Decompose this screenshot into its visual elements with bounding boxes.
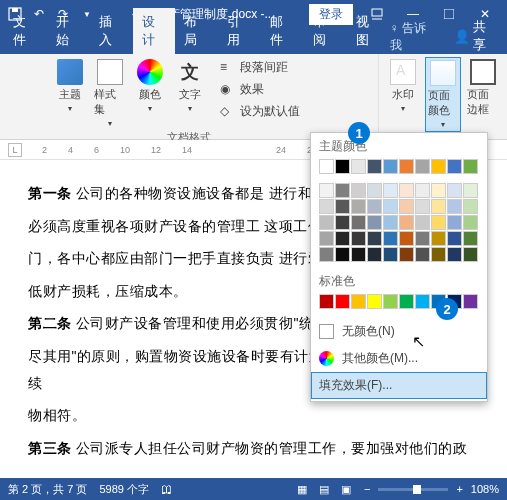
color-swatch[interactable] <box>431 247 446 262</box>
zoom-out-icon[interactable]: − <box>364 483 370 495</box>
color-swatch[interactable] <box>399 294 414 309</box>
color-swatch[interactable] <box>383 294 398 309</box>
color-swatch[interactable] <box>351 159 366 174</box>
themes-button[interactable]: 主题▾ <box>52 57 88 115</box>
color-swatch[interactable] <box>319 183 334 198</box>
color-swatch[interactable] <box>351 231 366 246</box>
zoom-in-icon[interactable]: + <box>456 483 462 495</box>
color-swatch[interactable] <box>335 199 350 214</box>
zoom-level[interactable]: 108% <box>471 483 499 495</box>
tab-file[interactable]: 文件 <box>4 8 47 54</box>
color-swatch[interactable] <box>319 247 334 262</box>
color-swatch[interactable] <box>415 215 430 230</box>
color-swatch[interactable] <box>399 231 414 246</box>
color-swatch[interactable] <box>431 215 446 230</box>
color-swatch[interactable] <box>431 159 446 174</box>
page-border-button[interactable]: 页面边框 <box>465 57 501 119</box>
color-swatch[interactable] <box>447 159 462 174</box>
color-swatch[interactable] <box>463 159 478 174</box>
color-swatch[interactable] <box>351 247 366 262</box>
color-swatch[interactable] <box>447 199 462 214</box>
color-swatch[interactable] <box>463 247 478 262</box>
set-default-button[interactable]: ◇设为默认值 <box>216 101 326 122</box>
color-swatch[interactable] <box>415 183 430 198</box>
color-swatch[interactable] <box>415 231 430 246</box>
color-swatch[interactable] <box>367 183 382 198</box>
color-swatch[interactable] <box>399 199 414 214</box>
effects-button[interactable]: ◉效果 <box>216 79 326 100</box>
ruler-tab-selector[interactable]: L <box>8 143 22 157</box>
color-swatch[interactable] <box>351 183 366 198</box>
color-swatch[interactable] <box>383 159 398 174</box>
color-swatch[interactable] <box>351 294 366 309</box>
color-swatch[interactable] <box>367 294 382 309</box>
color-swatch[interactable] <box>383 247 398 262</box>
color-swatch[interactable] <box>415 199 430 214</box>
color-swatch[interactable] <box>463 199 478 214</box>
tab-insert[interactable]: 插入 <box>90 8 133 54</box>
color-swatch[interactable] <box>399 247 414 262</box>
color-swatch[interactable] <box>319 294 334 309</box>
tab-design[interactable]: 设计 <box>133 8 176 54</box>
color-swatch[interactable] <box>319 231 334 246</box>
view-web-icon[interactable]: ▣ <box>336 481 356 497</box>
color-swatch[interactable] <box>383 199 398 214</box>
color-swatch[interactable] <box>335 231 350 246</box>
color-swatch[interactable] <box>415 247 430 262</box>
share-button[interactable]: 👤共享 <box>444 18 507 54</box>
color-swatch[interactable] <box>319 199 334 214</box>
color-swatch[interactable] <box>399 215 414 230</box>
color-swatch[interactable] <box>463 215 478 230</box>
color-swatch[interactable] <box>367 231 382 246</box>
color-swatch[interactable] <box>447 183 462 198</box>
color-swatch[interactable] <box>431 199 446 214</box>
color-swatch[interactable] <box>351 215 366 230</box>
view-read-icon[interactable]: ▦ <box>292 481 312 497</box>
color-swatch[interactable] <box>447 247 462 262</box>
styleset-button[interactable]: 样式集▾ <box>92 57 128 130</box>
tell-me[interactable]: ♀ 告诉我 <box>390 20 444 54</box>
color-swatch[interactable] <box>383 215 398 230</box>
color-swatch[interactable] <box>335 294 350 309</box>
paragraph-spacing-button[interactable]: ≡段落间距 <box>216 57 326 78</box>
color-swatch[interactable] <box>399 183 414 198</box>
color-swatch[interactable] <box>399 159 414 174</box>
more-colors-item[interactable]: 其他颜色(M)... <box>311 345 487 372</box>
tab-view[interactable]: 视图 <box>347 8 390 54</box>
color-swatch[interactable] <box>335 159 350 174</box>
color-swatch[interactable] <box>367 199 382 214</box>
color-swatch[interactable] <box>335 215 350 230</box>
no-color-item[interactable]: 无颜色(N) <box>311 318 487 345</box>
color-swatch[interactable] <box>463 294 478 309</box>
fill-effects-item[interactable]: 填充效果(F)... <box>311 372 487 399</box>
color-swatch[interactable] <box>463 231 478 246</box>
color-swatch[interactable] <box>447 215 462 230</box>
color-swatch[interactable] <box>415 294 430 309</box>
status-page[interactable]: 第 2 页，共 7 页 <box>8 482 87 497</box>
tab-review[interactable]: 审阅 <box>304 8 347 54</box>
tab-home[interactable]: 开始 <box>47 8 90 54</box>
tab-layout[interactable]: 布局 <box>175 8 218 54</box>
color-swatch[interactable] <box>431 231 446 246</box>
status-lang[interactable]: 🕮 <box>161 483 172 495</box>
status-words[interactable]: 5989 个字 <box>99 482 149 497</box>
tab-references[interactable]: 引用 <box>218 8 261 54</box>
color-swatch[interactable] <box>367 215 382 230</box>
color-swatch[interactable] <box>367 159 382 174</box>
colors-button[interactable]: 颜色▾ <box>132 57 168 115</box>
page-color-button[interactable]: 页面颜色▾ <box>425 57 461 132</box>
color-swatch[interactable] <box>447 231 462 246</box>
color-swatch[interactable] <box>367 247 382 262</box>
color-swatch[interactable] <box>415 159 430 174</box>
fonts-button[interactable]: 文文字▾ <box>172 57 208 115</box>
color-swatch[interactable] <box>335 247 350 262</box>
color-swatch[interactable] <box>319 215 334 230</box>
color-swatch[interactable] <box>335 183 350 198</box>
color-swatch[interactable] <box>463 183 478 198</box>
tab-mailings[interactable]: 邮件 <box>261 8 304 54</box>
color-swatch[interactable] <box>383 231 398 246</box>
zoom-slider[interactable] <box>378 488 448 491</box>
color-swatch[interactable] <box>351 199 366 214</box>
color-swatch[interactable] <box>383 183 398 198</box>
watermark-button[interactable]: 水印▾ <box>385 57 421 115</box>
